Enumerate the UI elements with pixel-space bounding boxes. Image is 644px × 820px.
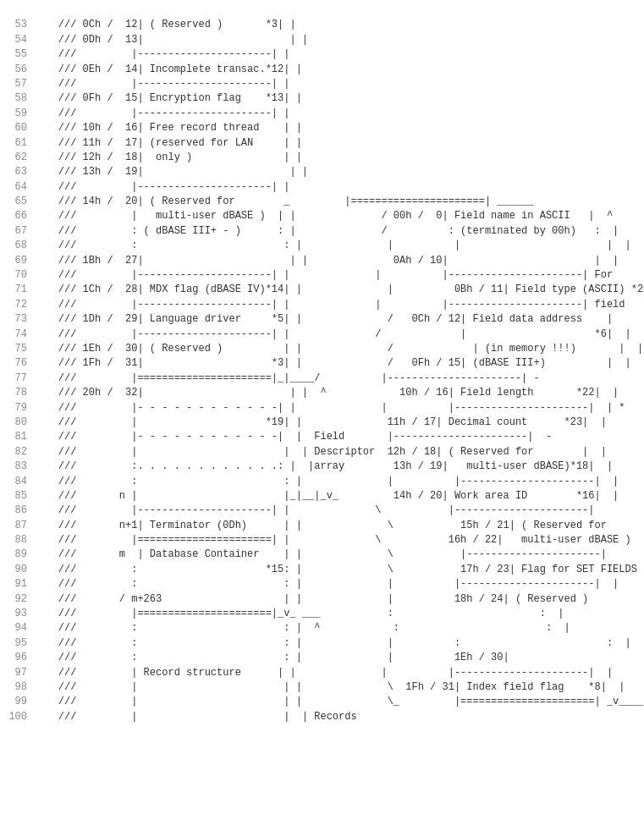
line-content: /// |- - - - - - - - - - - -| | Field |-… bbox=[34, 430, 641, 444]
line-number: 65 bbox=[3, 195, 34, 209]
line: 92 /// / m+263 | | | 18h / 24| ( Reserve… bbox=[0, 592, 644, 607]
line-content: /// 1Fh / 31| *3| | / 0Fh / 15| (dBASE I… bbox=[34, 356, 641, 371]
line-number: 59 bbox=[3, 107, 34, 121]
line: 87 /// n+1| Terminator (0Dh) | | \ 15h /… bbox=[0, 519, 644, 533]
line: 64 /// |----------------------| | bbox=[0, 180, 644, 195]
line-number: 67 bbox=[3, 224, 34, 239]
line-content: /// |======================|_v_ ___ : : … bbox=[34, 607, 641, 621]
line: 86 /// |----------------------| | \ |---… bbox=[0, 504, 644, 518]
line-content: /// | | | \_ |======================| _v… bbox=[34, 695, 643, 709]
line: 84 /// : : | | |----------------------| … bbox=[0, 475, 644, 489]
line: 100 /// | | | Records bbox=[0, 710, 644, 724]
line-content: /// |======================|_|____/ |---… bbox=[34, 371, 641, 386]
line: 82 /// | | | Descriptor 12h / 18| ( Rese… bbox=[0, 445, 644, 460]
line: 96 /// : : | | 1Eh / 30| | | bbox=[0, 651, 644, 665]
line-content: /// |----------------------| | bbox=[34, 47, 641, 62]
line-content: /// 1Eh / 30| ( Reserved ) | | / | (in m… bbox=[34, 342, 643, 356]
line-number: 57 bbox=[3, 77, 34, 91]
line-content: /// :. . . . . . . . . . . .: | |array 1… bbox=[34, 460, 641, 474]
line-number: 68 bbox=[3, 239, 34, 253]
line: 69 /// 1Bh / 27| | | 0Ah / 10| | | bbox=[0, 254, 644, 268]
line-content: /// 0Fh / 15| Encryption flag *13| | bbox=[34, 91, 641, 106]
line-content: /// |----------------------| | / | *6| | bbox=[34, 327, 641, 342]
line-number: 93 bbox=[3, 607, 34, 621]
line-number: 70 bbox=[3, 268, 34, 283]
line-number: 83 bbox=[3, 460, 34, 474]
line: 65 /// 14h / 20| ( Reserved for _ |=====… bbox=[0, 195, 644, 209]
line-number: 56 bbox=[3, 63, 34, 77]
line-content: /// | | | Descriptor 12h / 18| ( Reserve… bbox=[34, 445, 641, 460]
line-number: 54 bbox=[3, 33, 34, 47]
line-number: 86 bbox=[3, 504, 34, 518]
line: 66 /// | multi-user dBASE ) | | / 00h / … bbox=[0, 209, 644, 223]
line: 99 /// | | | \_ |======================|… bbox=[0, 695, 644, 709]
line-number: 53 bbox=[3, 18, 34, 32]
line: 81 /// |- - - - - - - - - - - -| | Field… bbox=[0, 430, 644, 444]
line-content: /// |----------------------| | \ |------… bbox=[34, 504, 641, 518]
line: 79 /// |- - - - - - - - - - - -| | | |--… bbox=[0, 401, 644, 416]
line: 89 /// m | Database Container | | \ |---… bbox=[0, 548, 644, 562]
line-number: 89 bbox=[3, 548, 34, 562]
line-number: 63 bbox=[3, 165, 34, 179]
line: 94 /// : : | ^ : : | bbox=[0, 621, 644, 636]
line-content: /// : : | | 1Eh / 30| | | bbox=[34, 651, 644, 665]
line: 88 /// |======================| | \ 16h … bbox=[0, 533, 644, 548]
line-content: /// 0Eh / 14| Incomplete transac.*12| | bbox=[34, 63, 641, 77]
line-content: /// |----------------------| | | |------… bbox=[34, 268, 641, 283]
line-content: /// | multi-user dBASE ) | | / 00h / 0| … bbox=[34, 209, 641, 223]
line: 59 /// |----------------------| | bbox=[0, 107, 644, 121]
line-content: /// |----------------------| | bbox=[34, 107, 641, 121]
line-number: 80 bbox=[3, 416, 34, 430]
line-content: /// 12h / 18| only ) | | bbox=[34, 151, 641, 165]
line: 54 /// 0Dh / 13| | | bbox=[0, 33, 644, 47]
line-content: /// : : | | |----------------------| | bbox=[34, 475, 641, 489]
line-number: 99 bbox=[3, 695, 34, 709]
line: 98 /// | | | \ 1Fh / 31| Index field fla… bbox=[0, 680, 644, 695]
line-content: /// : : | ^ : : | bbox=[34, 621, 641, 636]
line: 53 /// 0Ch / 12| ( Reserved ) *3| | bbox=[0, 18, 644, 32]
line: 74 /// |----------------------| | / | *6… bbox=[0, 327, 644, 342]
line-number: 87 bbox=[3, 519, 34, 533]
line: 78 /// 20h / 32| | | ^ 10h / 16| Field l… bbox=[0, 386, 644, 400]
line: 85 /// n | |_|__|_v_ 14h / 20| Work area… bbox=[0, 489, 644, 504]
line-number: 85 bbox=[3, 489, 34, 504]
line-content: /// 1Ch / 28| MDX flag (dBASE IV)*14| | … bbox=[34, 283, 644, 297]
line-content: /// 11h / 17| (reserved for LAN | | bbox=[34, 136, 641, 151]
line-number: 60 bbox=[3, 121, 34, 135]
line: 58 /// 0Fh / 15| Encryption flag *13| | bbox=[0, 91, 644, 106]
line: 68 /// : : | | | | | bbox=[0, 239, 644, 253]
line-content: /// n | |_|__|_v_ 14h / 20| Work area ID… bbox=[34, 489, 641, 504]
line: 70 /// |----------------------| | | |---… bbox=[0, 268, 644, 283]
line: 61 /// 11h / 17| (reserved for LAN | | bbox=[0, 136, 644, 151]
line-content: /// |======================| | \ 16h / 2… bbox=[34, 533, 644, 548]
line-number: 73 bbox=[3, 312, 34, 327]
line: 75 /// 1Eh / 30| ( Reserved ) | | / | (i… bbox=[0, 342, 644, 356]
line: 55 /// |----------------------| | bbox=[0, 47, 644, 62]
line-number: 74 bbox=[3, 327, 34, 342]
line-content: /// : : | | : : | bbox=[34, 636, 641, 651]
line: 60 /// 10h / 16| Free record thread | | bbox=[0, 121, 644, 135]
line-content: /// : *15: | \ 17h / 23| Flag for SET FI… bbox=[34, 563, 644, 577]
line-number: 69 bbox=[3, 254, 34, 268]
line-content: /// 13h / 19| | | bbox=[34, 165, 641, 179]
line-number: 97 bbox=[3, 666, 34, 680]
line: 80 /// | *19| | 11h / 17| Decimal count … bbox=[0, 416, 644, 430]
line: 56 /// 0Eh / 14| Incomplete transac.*12|… bbox=[0, 63, 644, 77]
line-number: 88 bbox=[3, 533, 34, 548]
line: 91 /// : : | | |----------------------| … bbox=[0, 577, 644, 592]
line-number: 64 bbox=[3, 180, 34, 195]
line-content: /// 1Bh / 27| | | 0Ah / 10| | | bbox=[34, 254, 641, 268]
line-content: /// 20h / 32| | | ^ 10h / 16| Field leng… bbox=[34, 386, 641, 400]
line-content: /// 14h / 20| ( Reserved for _ |========… bbox=[34, 195, 641, 209]
line: 63 /// 13h / 19| | | bbox=[0, 165, 644, 179]
line-number: 76 bbox=[3, 356, 34, 371]
line-number: 62 bbox=[3, 151, 34, 165]
line: 67 /// : ( dBASE III+ - ) : | / : (termi… bbox=[0, 224, 644, 239]
line-content: /// 10h / 16| Free record thread | | bbox=[34, 121, 641, 135]
line-content: /// | | | \ 1Fh / 31| Index field flag *… bbox=[34, 680, 641, 695]
line-number: 55 bbox=[3, 47, 34, 62]
line-number: 77 bbox=[3, 371, 34, 386]
line-number: 72 bbox=[3, 298, 34, 312]
line-content: /// 1Dh / 29| Language driver *5| | / 0C… bbox=[34, 312, 641, 327]
line-content: /// |- - - - - - - - - - - -| | | |-----… bbox=[34, 401, 641, 416]
